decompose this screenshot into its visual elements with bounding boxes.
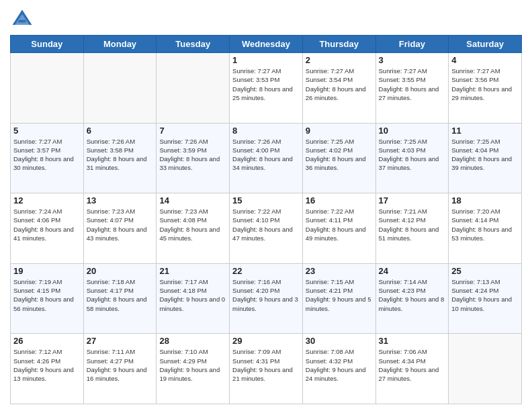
- day-number: 12: [13, 195, 81, 205]
- day-number: 29: [232, 336, 300, 346]
- calendar-week-1: 1Sunrise: 7:27 AM Sunset: 3:53 PM Daylig…: [11, 53, 522, 124]
- calendar-cell: 8Sunrise: 7:26 AM Sunset: 4:00 PM Daylig…: [230, 123, 303, 193]
- day-info: Sunrise: 7:08 AM Sunset: 4:32 PM Dayligh…: [306, 347, 373, 383]
- calendar-cell: 5Sunrise: 7:27 AM Sunset: 3:57 PM Daylig…: [11, 123, 84, 193]
- day-header-sunday: Sunday: [11, 36, 84, 53]
- day-info: Sunrise: 7:27 AM Sunset: 3:55 PM Dayligh…: [379, 66, 446, 102]
- day-info: Sunrise: 7:17 AM Sunset: 4:18 PM Dayligh…: [159, 277, 226, 313]
- day-number: 28: [159, 336, 226, 346]
- day-number: 26: [13, 336, 81, 346]
- calendar-cell: 24Sunrise: 7:14 AM Sunset: 4:23 PM Dayli…: [375, 263, 449, 334]
- calendar-cell: 1Sunrise: 7:27 AM Sunset: 3:53 PM Daylig…: [230, 53, 303, 124]
- day-info: Sunrise: 7:23 AM Sunset: 4:07 PM Dayligh…: [87, 207, 154, 242]
- calendar-cell: 21Sunrise: 7:17 AM Sunset: 4:18 PM Dayli…: [157, 263, 230, 334]
- day-header-friday: Friday: [375, 36, 449, 53]
- calendar-cell: 23Sunrise: 7:15 AM Sunset: 4:21 PM Dayli…: [302, 263, 375, 334]
- calendar-cell: 17Sunrise: 7:21 AM Sunset: 4:12 PM Dayli…: [375, 193, 449, 264]
- day-info: Sunrise: 7:20 AM Sunset: 4:14 PM Dayligh…: [451, 207, 519, 242]
- day-number: 10: [379, 126, 446, 136]
- calendar-cell: 19Sunrise: 7:19 AM Sunset: 4:15 PM Dayli…: [11, 263, 84, 334]
- logo: [10, 7, 37, 31]
- day-number: 8: [232, 126, 300, 136]
- calendar-cell: 10Sunrise: 7:25 AM Sunset: 4:03 PM Dayli…: [375, 123, 449, 193]
- day-number: 13: [87, 195, 154, 205]
- day-info: Sunrise: 7:24 AM Sunset: 4:06 PM Dayligh…: [13, 207, 81, 242]
- calendar-cell: 20Sunrise: 7:18 AM Sunset: 4:17 PM Dayli…: [83, 263, 157, 334]
- day-info: Sunrise: 7:22 AM Sunset: 4:11 PM Dayligh…: [306, 207, 373, 242]
- day-header-thursday: Thursday: [302, 36, 375, 53]
- day-info: Sunrise: 7:19 AM Sunset: 4:15 PM Dayligh…: [13, 277, 81, 313]
- day-info: Sunrise: 7:13 AM Sunset: 4:24 PM Dayligh…: [451, 277, 519, 313]
- day-number: 7: [159, 126, 226, 136]
- day-info: Sunrise: 7:25 AM Sunset: 4:04 PM Dayligh…: [451, 137, 519, 173]
- day-number: 24: [379, 266, 446, 276]
- day-number: 15: [232, 195, 300, 205]
- day-number: 9: [306, 126, 373, 136]
- day-number: 6: [87, 126, 154, 136]
- day-info: Sunrise: 7:25 AM Sunset: 4:02 PM Dayligh…: [306, 137, 373, 173]
- day-number: 14: [159, 195, 226, 205]
- calendar-table: SundayMondayTuesdayWednesdayThursdayFrid…: [10, 35, 522, 404]
- calendar-cell: 16Sunrise: 7:22 AM Sunset: 4:11 PM Dayli…: [302, 193, 375, 264]
- day-number: 30: [306, 336, 373, 346]
- day-number: 21: [159, 266, 226, 276]
- day-header-wednesday: Wednesday: [230, 36, 303, 53]
- calendar-cell: 9Sunrise: 7:25 AM Sunset: 4:02 PM Daylig…: [302, 123, 375, 193]
- day-number: 17: [379, 195, 446, 205]
- day-number: 20: [87, 266, 154, 276]
- calendar-cell: 13Sunrise: 7:23 AM Sunset: 4:07 PM Dayli…: [83, 193, 157, 264]
- day-number: 16: [306, 195, 373, 205]
- calendar-cell: 4Sunrise: 7:27 AM Sunset: 3:56 PM Daylig…: [449, 53, 522, 124]
- calendar-cell: 7Sunrise: 7:26 AM Sunset: 3:59 PM Daylig…: [157, 123, 230, 193]
- calendar-cell: 22Sunrise: 7:16 AM Sunset: 4:20 PM Dayli…: [230, 263, 303, 334]
- header: [10, 7, 522, 31]
- day-number: 1: [232, 55, 300, 65]
- day-info: Sunrise: 7:26 AM Sunset: 3:58 PM Dayligh…: [87, 137, 154, 173]
- day-info: Sunrise: 7:16 AM Sunset: 4:20 PM Dayligh…: [232, 277, 300, 313]
- day-info: Sunrise: 7:27 AM Sunset: 3:53 PM Dayligh…: [232, 66, 300, 102]
- calendar-cell: [11, 53, 84, 124]
- day-number: 2: [306, 55, 373, 65]
- calendar-cell: 3Sunrise: 7:27 AM Sunset: 3:55 PM Daylig…: [375, 53, 449, 124]
- day-info: Sunrise: 7:14 AM Sunset: 4:23 PM Dayligh…: [379, 277, 446, 313]
- day-info: Sunrise: 7:25 AM Sunset: 4:03 PM Dayligh…: [379, 137, 446, 173]
- day-info: Sunrise: 7:12 AM Sunset: 4:26 PM Dayligh…: [13, 347, 81, 383]
- day-number: 18: [451, 195, 519, 205]
- day-info: Sunrise: 7:23 AM Sunset: 4:08 PM Dayligh…: [159, 207, 226, 242]
- day-info: Sunrise: 7:26 AM Sunset: 3:59 PM Dayligh…: [159, 137, 226, 173]
- calendar-week-2: 5Sunrise: 7:27 AM Sunset: 3:57 PM Daylig…: [11, 123, 522, 193]
- day-info: Sunrise: 7:11 AM Sunset: 4:27 PM Dayligh…: [87, 347, 154, 383]
- logo-icon: [10, 7, 34, 31]
- calendar-cell: 29Sunrise: 7:09 AM Sunset: 4:31 PM Dayli…: [230, 334, 303, 404]
- calendar-cell: 28Sunrise: 7:10 AM Sunset: 4:29 PM Dayli…: [157, 334, 230, 404]
- day-number: 3: [379, 55, 446, 65]
- calendar-cell: 11Sunrise: 7:25 AM Sunset: 4:04 PM Dayli…: [449, 123, 522, 193]
- calendar-cell: 30Sunrise: 7:08 AM Sunset: 4:32 PM Dayli…: [302, 334, 375, 404]
- day-header-tuesday: Tuesday: [157, 36, 230, 53]
- calendar-cell: 6Sunrise: 7:26 AM Sunset: 3:58 PM Daylig…: [83, 123, 157, 193]
- day-info: Sunrise: 7:09 AM Sunset: 4:31 PM Dayligh…: [232, 347, 300, 383]
- day-number: 4: [451, 55, 519, 65]
- calendar-week-3: 12Sunrise: 7:24 AM Sunset: 4:06 PM Dayli…: [11, 193, 522, 264]
- day-info: Sunrise: 7:15 AM Sunset: 4:21 PM Dayligh…: [306, 277, 373, 313]
- calendar-cell: 2Sunrise: 7:27 AM Sunset: 3:54 PM Daylig…: [302, 53, 375, 124]
- day-number: 25: [451, 266, 519, 276]
- day-info: Sunrise: 7:27 AM Sunset: 3:56 PM Dayligh…: [451, 66, 519, 102]
- day-info: Sunrise: 7:21 AM Sunset: 4:12 PM Dayligh…: [379, 207, 446, 242]
- calendar-cell: [83, 53, 157, 124]
- day-number: 23: [306, 266, 373, 276]
- day-number: 22: [232, 266, 300, 276]
- svg-rect-2: [19, 20, 26, 23]
- calendar-cell: 12Sunrise: 7:24 AM Sunset: 4:06 PM Dayli…: [11, 193, 84, 264]
- calendar-cell: 14Sunrise: 7:23 AM Sunset: 4:08 PM Dayli…: [157, 193, 230, 264]
- calendar-cell: 27Sunrise: 7:11 AM Sunset: 4:27 PM Dayli…: [83, 334, 157, 404]
- calendar-week-5: 26Sunrise: 7:12 AM Sunset: 4:26 PM Dayli…: [11, 334, 522, 404]
- day-number: 11: [451, 126, 519, 136]
- day-header-saturday: Saturday: [449, 36, 522, 53]
- calendar-cell: 31Sunrise: 7:06 AM Sunset: 4:34 PM Dayli…: [375, 334, 449, 404]
- day-info: Sunrise: 7:10 AM Sunset: 4:29 PM Dayligh…: [159, 347, 226, 383]
- page: SundayMondayTuesdayWednesdayThursdayFrid…: [0, 0, 532, 411]
- day-number: 31: [379, 336, 446, 346]
- calendar-cell: [157, 53, 230, 124]
- day-info: Sunrise: 7:22 AM Sunset: 4:10 PM Dayligh…: [232, 207, 300, 242]
